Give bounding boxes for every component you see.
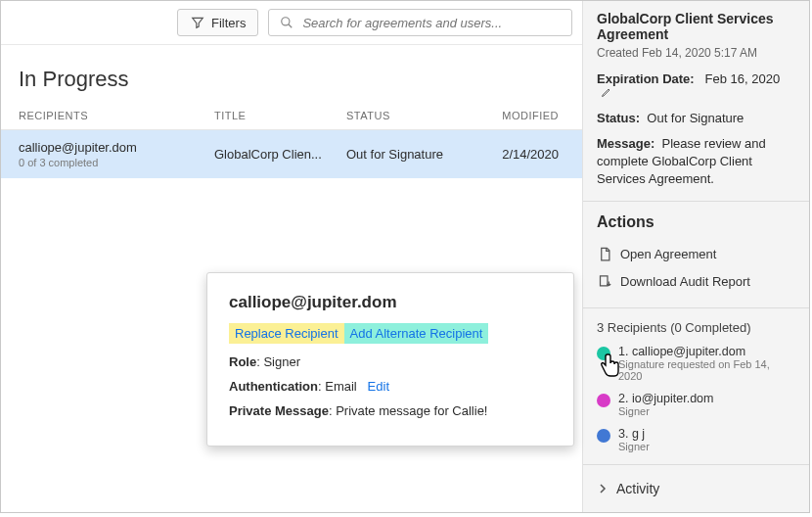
activity-label: Activity (616, 481, 659, 496)
chevron-right-icon (597, 483, 609, 494)
recipient-sub: Signature requested on Feb 14, 2020 (618, 358, 795, 382)
recipient-dot-icon (597, 347, 610, 360)
svg-rect-2 (600, 276, 608, 286)
recipient-popover: calliope@jupiter.dom Replace RecipientAd… (206, 272, 574, 446)
status-label: Status: (597, 111, 640, 125)
created-date: Created Feb 14, 2020 5:17 AM (597, 46, 795, 60)
open-agreement-label: Open Agreement (620, 247, 716, 261)
funnel-icon (190, 15, 205, 30)
agreement-title: GlobalCorp Client Services Agreement (597, 11, 795, 42)
open-agreement-action[interactable]: Open Agreement (597, 241, 795, 268)
download-audit-action[interactable]: Download Audit Report (597, 268, 795, 296)
role-label: Role (229, 354, 256, 369)
private-message-label: Private Message (229, 403, 329, 418)
recipient-sub: Signer (618, 441, 650, 452)
filters-label: Filters (211, 16, 246, 30)
recipient-sub: Signer (618, 405, 713, 417)
expiration-label: Expiration Date: (597, 71, 695, 86)
download-audit-label: Download Audit Report (620, 274, 750, 289)
details-panel: GlobalCorp Client Services Agreement Cre… (582, 1, 809, 512)
recipient-item[interactable]: 3. g j Signer (597, 427, 795, 452)
role-value: Signer (263, 354, 300, 369)
message-label: Message: (597, 136, 654, 151)
popover-email: calliope@jupiter.dom (229, 293, 552, 312)
recipient-label: 3. g j (618, 427, 650, 441)
row-title: GlobalCorp Clien... (214, 147, 346, 162)
search-icon (279, 15, 294, 30)
row-progress: 0 of 3 completed (19, 157, 214, 168)
recipient-item[interactable]: 2. io@jupiter.dom Signer (597, 392, 795, 417)
recipient-dot-icon (597, 394, 610, 407)
auth-label: Authentication (229, 379, 318, 394)
svg-line-1 (289, 24, 293, 28)
col-recipients: RECIPIENTS (19, 110, 214, 121)
recipient-label: 2. io@jupiter.dom (618, 392, 713, 405)
row-status: Out for Signature (346, 147, 493, 162)
add-alternate-recipient-link[interactable]: Add Alternate Recipient (344, 323, 489, 344)
search-input[interactable] (302, 16, 562, 30)
replace-recipient-link[interactable]: Replace Recipient (229, 323, 344, 344)
table-row[interactable]: calliope@jupiter.dom 0 of 3 completed Gl… (1, 130, 582, 178)
actions-heading: Actions (597, 213, 795, 231)
document-icon (597, 247, 612, 262)
filters-button[interactable]: Filters (177, 9, 258, 36)
page-title: In Progress (1, 45, 582, 110)
recipient-label: 1. calliope@jupiter.dom (618, 345, 795, 358)
edit-expiration-icon[interactable] (601, 86, 612, 101)
download-report-icon (597, 274, 612, 290)
expiration-value: Feb 16, 2020 (705, 71, 781, 86)
search-field[interactable] (268, 9, 572, 36)
row-modified: 2/14/2020 (493, 147, 564, 162)
recipients-summary: 3 Recipients (0 Completed) (597, 320, 795, 335)
toolbar: Filters (1, 1, 582, 45)
col-modified: MODIFIED (493, 110, 564, 121)
col-status: STATUS (346, 110, 493, 121)
table-header: RECIPIENTS TITLE STATUS MODIFIED (1, 110, 582, 130)
private-message-value: Private message for Callie! (336, 403, 487, 418)
edit-auth-link[interactable]: Edit (368, 379, 389, 394)
status-value: Out for Signature (647, 111, 744, 125)
recipient-dot-icon (597, 429, 610, 443)
svg-point-0 (282, 18, 290, 25)
recipient-item[interactable]: 1. calliope@jupiter.dom Signature reques… (597, 345, 795, 382)
col-title: TITLE (214, 110, 346, 121)
auth-value: Email (325, 379, 357, 394)
activity-toggle[interactable]: Activity (597, 481, 795, 496)
row-recipient: calliope@jupiter.dom (19, 140, 214, 155)
